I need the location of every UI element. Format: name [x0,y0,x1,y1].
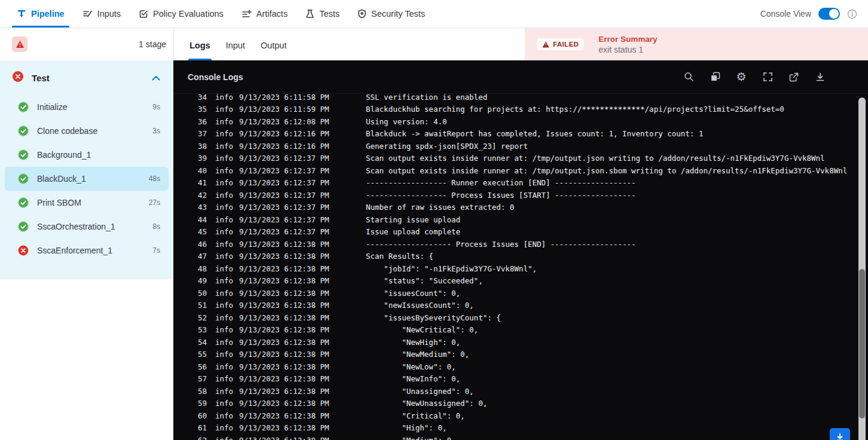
log-timestamp: 9/13/2023 6:12:38 PM [239,289,330,298]
log-level: info [215,154,234,163]
tab-policy-evaluations[interactable]: Policy Evaluations [139,0,224,28]
log-line: 45info9/13/2023 6:12:37 PMIssue upload c… [173,226,849,239]
stage-name: Test [32,73,50,83]
log-level: info [215,313,234,322]
stage-header-test[interactable]: Test [0,60,173,95]
log-timestamp: 9/13/2023 6:11:59 PM [239,105,330,114]
tab-label: Pipeline [31,9,65,19]
tab-pipeline[interactable]: Pipeline [17,0,65,28]
tab-inputs[interactable]: Inputs [82,0,121,28]
log-line-number: 42 [188,191,207,200]
log-line-number: 46 [188,240,207,249]
fullscreen-icon[interactable] [762,71,774,83]
tab-tests[interactable]: Tests [305,0,340,28]
log-level: info [215,374,234,383]
log-timestamp: 9/13/2023 6:12:38 PM [239,411,330,420]
log-timestamp: 9/13/2023 6:12:38 PM [239,301,330,310]
tab-input[interactable]: Input [226,41,245,60]
log-level: info [215,276,234,285]
log-message: "jobId": "-n1FkEpdiw3Y7G-Vvk8Wnl", [366,264,537,273]
chevron-up-icon[interactable] [152,75,160,81]
log-level: info [215,94,234,102]
step-duration: 48s [149,175,164,183]
success-icon [18,126,29,136]
log-message: ------------------- Process Issues [END]… [366,240,636,249]
scrollbar-thumb[interactable] [859,269,865,418]
log-line-number: 44 [188,215,207,224]
steps-list: Initialize9sClone codebase3sBackground_1… [0,95,173,262]
log-line-number: 62 [188,436,207,440]
pipeline-icon [17,9,26,19]
log-timestamp: 9/13/2023 6:12:37 PM [239,191,330,200]
info-icon[interactable] [847,9,857,19]
step-row[interactable]: Initialize9s [5,95,169,119]
tab-logs[interactable]: Logs [190,41,210,60]
tab-output[interactable]: Output [261,41,287,60]
log-level: info [215,252,234,261]
log-line: 46info9/13/2023 6:12:38 PM--------------… [173,238,849,250]
log-timestamp: 9/13/2023 6:12:37 PM [239,154,330,163]
log-line-number: 57 [188,374,207,383]
step-row[interactable]: SscaOrchestration_18s [5,215,169,239]
step-duration: 9s [152,103,164,111]
log-message: "Medium": 0 [366,436,451,440]
log-line-number: 37 [188,129,207,138]
log-line-number: 51 [188,301,207,310]
log-timestamp: 9/13/2023 6:12:38 PM [239,240,330,249]
copy-icon[interactable] [709,71,721,83]
console-scrollbar[interactable] [858,97,866,440]
log-timestamp: 9/13/2023 6:12:37 PM [239,166,330,175]
log-line: 57info9/13/2023 6:12:38 PM "NewInfo": 0, [173,373,849,386]
search-icon[interactable] [683,71,695,83]
tab-security-tests[interactable]: Security Tests [357,0,425,28]
log-level: info [215,387,234,396]
tab-artifacts[interactable]: Artifacts [242,0,288,28]
log-line-number: 39 [188,154,207,163]
log-level: info [215,215,234,224]
log-line: 42info9/13/2023 6:12:37 PM--------------… [173,189,849,201]
step-row[interactable]: Print SBOM27s [5,191,169,215]
settings-icon[interactable]: ⚙ [735,71,747,83]
success-icon [18,197,29,208]
log-line: 44info9/13/2023 6:12:37 PMStarting issue… [173,213,849,226]
step-row[interactable]: SscaEnforcement_17s [5,239,169,262]
log-line-number: 40 [188,166,207,175]
log-line-number: 43 [188,203,207,212]
log-lines: 34info9/13/2023 6:11:58 PMSSL verificati… [173,94,849,440]
console-view-toggle[interactable] [818,8,840,20]
log-line-number: 60 [188,411,207,420]
log-line: 48info9/13/2023 6:12:38 PM "jobId": "-n1… [173,262,849,275]
log-line-number: 50 [188,289,207,298]
log-message: "High": 0, [366,423,447,432]
step-row[interactable]: Clone codebase3s [5,119,169,143]
log-line: 38info9/13/2023 6:12:16 PMGenerating spd… [173,140,849,152]
log-level: info [215,436,234,440]
log-message: "Unassigned": 0, [366,387,474,396]
top-nav-tabs: Pipeline Inputs Policy Evaluations Artif… [0,0,425,28]
execution-header: 1 stage [0,28,173,60]
step-row[interactable]: Background_1 [5,143,169,167]
toggle-knob [829,9,839,19]
execution-failed-icon [12,36,27,52]
scroll-to-bottom-button[interactable] [830,428,850,440]
success-icon [18,102,29,112]
success-icon [18,221,29,232]
log-timestamp: 9/13/2023 6:12:38 PM [239,338,330,347]
success-icon [18,149,29,160]
log-line-number: 36 [188,117,207,126]
log-level: info [215,166,234,175]
step-duration: 7s [152,246,164,255]
step-row[interactable]: BlackDuck_148s [5,167,169,191]
log-line-number: 48 [188,264,207,273]
log-timestamp: 9/13/2023 6:12:16 PM [239,142,330,151]
log-message: Using version: 4.0 [366,117,447,126]
log-timestamp: 9/13/2023 6:12:37 PM [239,227,330,236]
log-level: info [215,362,234,371]
success-icon [18,173,29,184]
download-icon[interactable] [814,71,826,83]
log-timestamp: 9/13/2023 6:12:37 PM [239,215,330,224]
log-message: SSL verification is enabled [366,94,487,102]
log-timestamp: 9/13/2023 6:12:38 PM [239,276,330,285]
log-message: Scan Results: { [366,252,433,261]
open-in-new-icon[interactable] [788,71,800,83]
